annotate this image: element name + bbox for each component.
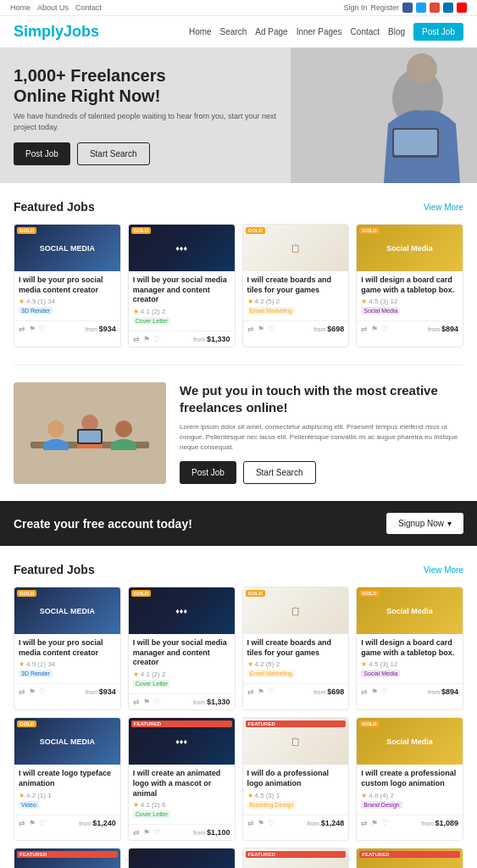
- share-icon[interactable]: ⇄: [247, 325, 254, 333]
- flag-icon[interactable]: ⚑: [258, 325, 264, 333]
- job-tag[interactable]: Email Marketing: [247, 307, 295, 314]
- nav-search[interactable]: Search: [220, 27, 247, 36]
- google-plus-icon[interactable]: [430, 3, 440, 13]
- heart-icon[interactable]: ♡: [39, 687, 46, 696]
- flag-icon[interactable]: ⚑: [29, 819, 36, 827]
- flag-icon[interactable]: ⚑: [143, 828, 150, 837]
- nav-contact[interactable]: Contact: [351, 27, 380, 36]
- job-card-rating: ★ 4.1 (2) 2: [133, 308, 230, 315]
- job-card[interactable]: SOCIAL MEDIA GOLD FEATURED I will do pro…: [14, 848, 121, 868]
- from-label: from: [308, 821, 321, 826]
- nav-adpage[interactable]: Ad Page: [255, 27, 287, 36]
- job-card[interactable]: SOCIAL MEDIA GOLD I will be your pro soc…: [14, 224, 121, 348]
- job-tag[interactable]: Brand Design: [361, 801, 402, 809]
- job-card[interactable]: 📋 GOLD I will create boards and tiles fo…: [242, 587, 350, 710]
- share-icon[interactable]: ⇄: [133, 698, 140, 706]
- heart-icon[interactable]: ♡: [381, 819, 388, 827]
- job-card[interactable]: SOCIAL MEDIA GOLD I will create logo typ…: [14, 717, 121, 841]
- job-card[interactable]: 📋 GOLD I will create boards and tiles fo…: [242, 224, 350, 348]
- job-card[interactable]: ♦♦♦ GOLD FEATURED I will create an anima…: [128, 717, 236, 841]
- job-tag[interactable]: Cover Letter: [133, 317, 171, 325]
- share-icon[interactable]: ⇄: [19, 687, 25, 696]
- signup-button[interactable]: Signup Now ▾: [386, 513, 463, 534]
- share-icon[interactable]: ⇄: [19, 819, 25, 827]
- flag-icon[interactable]: ⚑: [258, 687, 264, 696]
- share-icon[interactable]: ⇄: [247, 819, 254, 827]
- job-tag[interactable]: Cover Letter: [133, 810, 171, 818]
- job-card-footer: ⇄ ⚑ ♡ from $1,089: [357, 815, 463, 831]
- heart-icon[interactable]: ♡: [381, 687, 388, 696]
- job-card[interactable]: ♦♦♦ GOLD I will be your social media man…: [128, 224, 236, 348]
- nav-innerpages[interactable]: Inner Pages: [297, 27, 342, 36]
- heart-icon[interactable]: ♡: [153, 698, 160, 706]
- flag-icon[interactable]: ⚑: [371, 687, 378, 696]
- job-tag[interactable]: Social Media: [361, 670, 400, 677]
- flag-icon[interactable]: ⚑: [371, 819, 378, 827]
- hero-start-search-button[interactable]: Start Search: [77, 142, 150, 165]
- job-card[interactable]: Social Media GOLD FEATURED I will do a l…: [356, 848, 463, 868]
- heart-icon[interactable]: ♡: [39, 819, 46, 827]
- job-card[interactable]: Social Media GOLD I will create a profes…: [356, 717, 463, 841]
- linkedin-icon[interactable]: [443, 3, 453, 13]
- flag-icon[interactable]: ⚑: [29, 325, 36, 333]
- flag-icon[interactable]: ⚑: [371, 325, 378, 333]
- nav-blog[interactable]: Blog: [388, 27, 405, 36]
- job-card[interactable]: ♦♦♦ Post 10 ★ 4.7 (12) 32 Character Anim…: [128, 848, 236, 868]
- job-tag[interactable]: 3D Render: [19, 307, 53, 314]
- share-icon[interactable]: ⇄: [247, 687, 254, 696]
- job-card[interactable]: Social Media GOLD I will design a board …: [356, 224, 463, 348]
- logo[interactable]: SimplyJobs: [14, 23, 99, 41]
- view-more-link-2[interactable]: View More: [424, 565, 463, 575]
- badge-gold: GOLD: [17, 590, 36, 597]
- share-icon[interactable]: ⇄: [361, 819, 368, 827]
- heart-icon[interactable]: ♡: [268, 687, 275, 696]
- heart-icon[interactable]: ♡: [39, 325, 46, 333]
- nav-home-top[interactable]: Home: [10, 3, 31, 12]
- job-tag[interactable]: Video: [19, 801, 39, 809]
- heart-icon[interactable]: ♡: [268, 325, 275, 333]
- job-tag[interactable]: 3D Render: [19, 670, 53, 677]
- review-count: (2) 6: [152, 801, 165, 809]
- nav-contact-top[interactable]: Contact: [75, 3, 102, 12]
- nav-about-top[interactable]: About Us: [37, 3, 69, 12]
- share-icon[interactable]: ⇄: [133, 828, 140, 837]
- heart-icon[interactable]: ♡: [268, 819, 275, 827]
- flag-icon[interactable]: ⚑: [258, 819, 264, 827]
- facebook-icon[interactable]: [402, 3, 413, 13]
- flag-icon[interactable]: ⚑: [143, 335, 150, 343]
- register-link[interactable]: Register: [370, 3, 399, 12]
- flag-icon[interactable]: ⚑: [29, 687, 36, 696]
- middle-start-search-button[interactable]: Start Search: [243, 461, 316, 484]
- signin-link[interactable]: Sign In: [343, 3, 367, 12]
- top-bar-links[interactable]: Home About Us Contact: [10, 3, 102, 12]
- middle-post-job-button[interactable]: Post Job: [180, 461, 236, 484]
- job-card[interactable]: 📋 GOLD FEATURED I will do a professional…: [242, 717, 350, 841]
- nav-home[interactable]: Home: [189, 27, 212, 36]
- youtube-icon[interactable]: [457, 3, 467, 13]
- job-card[interactable]: ♦♦♦ GOLD I will be your social media man…: [128, 587, 236, 710]
- job-tag[interactable]: Cover Letter: [133, 680, 171, 687]
- flag-icon[interactable]: ⚑: [143, 698, 150, 706]
- view-more-link-1[interactable]: View More: [424, 203, 463, 212]
- job-actions: ⇄ ⚑ ♡: [19, 325, 46, 333]
- middle-heading: We put you in touch with the most creati…: [180, 382, 463, 415]
- heart-icon[interactable]: ♡: [381, 325, 388, 333]
- job-card[interactable]: 📋 GOLD FEATURED I will produce animated …: [242, 848, 350, 868]
- heart-icon[interactable]: ♡: [153, 828, 160, 837]
- twitter-icon[interactable]: [416, 3, 426, 13]
- share-icon[interactable]: ⇄: [19, 325, 25, 333]
- job-card[interactable]: Social Media GOLD I will design a board …: [356, 587, 463, 710]
- share-icon[interactable]: ⇄: [133, 335, 140, 343]
- nav-post-job-button[interactable]: Post Job: [413, 23, 463, 41]
- review-count: (1) 34: [37, 660, 55, 668]
- heart-icon[interactable]: ♡: [153, 335, 160, 343]
- job-card[interactable]: SOCIAL MEDIA GOLD I will be your pro soc…: [14, 587, 121, 710]
- hero-post-job-button[interactable]: Post Job: [14, 142, 70, 165]
- job-card-body: I will create boards and tiles for your …: [243, 634, 349, 683]
- job-tag[interactable]: Branding Design: [247, 801, 297, 809]
- job-tag[interactable]: Social Media: [361, 307, 400, 314]
- share-icon[interactable]: ⇄: [361, 687, 368, 696]
- share-icon[interactable]: ⇄: [361, 325, 368, 333]
- job-tag[interactable]: Email Marketing: [247, 670, 295, 677]
- from-label: from: [193, 699, 207, 705]
